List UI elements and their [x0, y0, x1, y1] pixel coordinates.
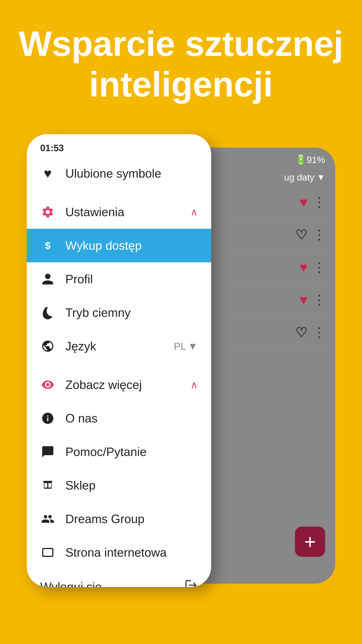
store-label: Sklep	[65, 478, 95, 492]
phone-front: 01:53 ♥ Ulubione symbole Ustawienia ∧ $ …	[27, 134, 211, 587]
see-more-label: Zobacz więcej	[65, 378, 142, 392]
menu-item-language[interactable]: Język PL ▼	[27, 330, 211, 363]
logout-icon	[184, 578, 198, 587]
logout-label: Wyloguj się	[40, 580, 102, 587]
hero-title: Wsparcie sztucznej inteligencji	[0, 24, 362, 104]
more-options-icon[interactable]: ⋮	[313, 227, 325, 242]
fab-plus-icon: +	[304, 530, 316, 553]
menu-item-favorites[interactable]: ♥ Ulubione symbole	[27, 157, 211, 190]
eye-icon	[40, 377, 55, 392]
about-label: O nas	[65, 412, 97, 425]
group-icon	[40, 511, 55, 526]
language-value[interactable]: PL ▼	[174, 340, 198, 352]
status-time: 01:53	[40, 142, 64, 153]
menu-status-bar: 01:53	[27, 134, 211, 157]
website-label: Strona internetowa	[65, 546, 167, 559]
dollar-icon: $	[40, 238, 55, 253]
sort-arrow-icon: ▼	[317, 172, 325, 182]
more-options-icon[interactable]: ⋮	[313, 292, 325, 308]
help-label: Pomoc/Pytanie	[65, 445, 146, 459]
web-icon	[40, 545, 55, 560]
favorites-label: Ulubione symbole	[65, 166, 161, 180]
heart-outline-icon[interactable]: ♡	[296, 227, 308, 242]
phone-container: 🔋 91% ug daty ▼ ♥ ⋮ ♡ ⋮ ♥ ⋮ ♥ ⋮ ♡ ⋮	[27, 134, 335, 604]
menu-item-profile[interactable]: Profil	[27, 262, 211, 296]
more-options-icon[interactable]: ⋮	[313, 194, 325, 210]
buy-access-label: Wykup dostęp	[65, 239, 142, 252]
battery-text: 91%	[307, 154, 325, 165]
profile-label: Profil	[65, 272, 93, 286]
menu-item-dark-mode[interactable]: Tryb ciemny	[27, 296, 211, 330]
language-label: Język	[65, 339, 96, 353]
person-icon	[40, 272, 55, 286]
store-icon	[40, 478, 55, 493]
moon-icon	[40, 305, 55, 320]
heart-icon[interactable]: ♥	[300, 260, 308, 275]
settings-chevron-icon: ∧	[190, 206, 198, 218]
heart-outline-icon[interactable]: ♡	[296, 324, 308, 340]
menu-item-about[interactable]: O nas	[27, 402, 211, 435]
menu-item-store[interactable]: Sklep	[27, 468, 211, 502]
battery-icon: 🔋	[295, 154, 307, 165]
sort-label: ug daty	[284, 172, 314, 183]
heart-icon[interactable]: ♥	[300, 292, 308, 308]
dreams-group-label: Dreams Group	[65, 512, 144, 526]
see-more-chevron-icon: ∧	[190, 379, 198, 390]
gear-icon	[40, 204, 55, 220]
settings-label: Ustawienia	[65, 205, 124, 219]
globe-icon	[40, 338, 55, 354]
heart-icon[interactable]: ♥	[300, 194, 308, 210]
dark-mode-label: Tryb ciemny	[65, 306, 131, 320]
more-options-icon[interactable]: ⋮	[313, 324, 325, 340]
info-icon	[40, 411, 55, 426]
chat-icon	[40, 444, 55, 459]
menu-item-buy-access[interactable]: $ Wykup dostęp	[27, 229, 211, 262]
more-options-icon[interactable]: ⋮	[313, 260, 325, 275]
heart-icon: ♥	[40, 166, 55, 181]
menu-item-see-more[interactable]: Zobacz więcej ∧	[27, 368, 211, 402]
fab-add-button[interactable]: +	[295, 526, 325, 557]
menu-item-logout[interactable]: Wyloguj się	[27, 569, 211, 587]
menu-item-settings[interactable]: Ustawienia ∧	[27, 195, 211, 229]
menu-item-dreams-group[interactable]: Dreams Group	[27, 502, 211, 536]
menu-item-help[interactable]: Pomoc/Pytanie	[27, 435, 211, 468]
menu-item-website[interactable]: Strona internetowa	[27, 536, 211, 569]
